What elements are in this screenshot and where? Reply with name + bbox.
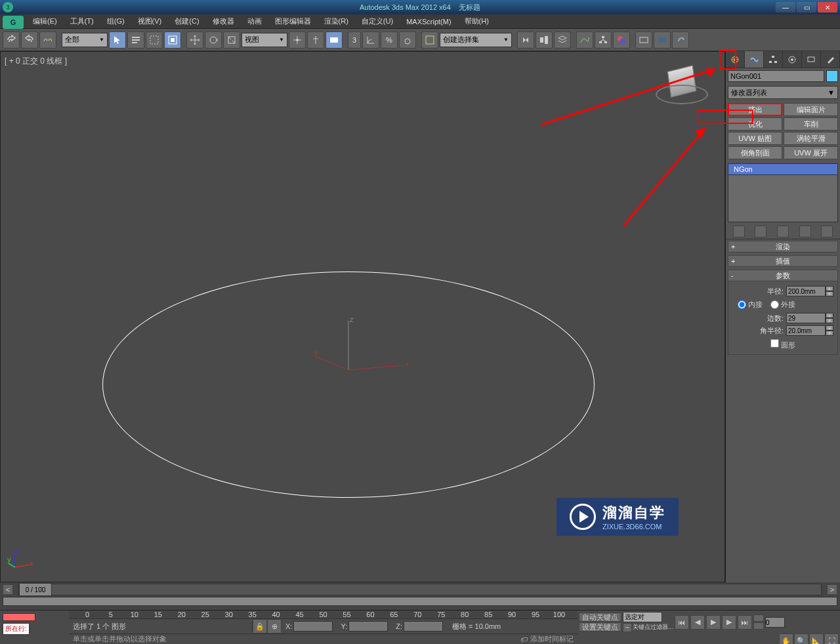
close-button[interactable]: ✕ xyxy=(818,2,837,12)
key-filters-button[interactable]: 关键点过滤器... xyxy=(633,623,673,632)
curve-editor-button[interactable] xyxy=(576,31,593,49)
stack-item-ngon[interactable]: NGon xyxy=(728,164,837,175)
make-unique-button[interactable] xyxy=(777,226,789,237)
mirror-button[interactable] xyxy=(517,31,534,49)
hierarchy-tab[interactable] xyxy=(764,51,783,68)
percent-snap-button[interactable]: % xyxy=(381,31,398,49)
time-tag-icon[interactable]: 🏷 xyxy=(520,635,528,643)
viewport-label[interactable]: [ + 0 正交 0 线框 ] xyxy=(5,56,67,67)
menu-tools[interactable]: 工具(T) xyxy=(64,14,100,28)
transform-type-button[interactable]: ⊕ xyxy=(267,619,282,634)
window-crossing-button[interactable] xyxy=(164,31,181,49)
pan-view-button[interactable]: ✋ xyxy=(779,634,793,644)
undo-button[interactable] xyxy=(3,31,20,49)
extrude-button[interactable]: 挤出 xyxy=(728,103,782,116)
viewcube[interactable] xyxy=(652,58,711,117)
object-color-swatch[interactable] xyxy=(826,70,838,82)
configure-sets-button[interactable] xyxy=(821,226,833,237)
fov-button[interactable]: 📐 xyxy=(809,634,824,644)
menu-edit[interactable]: 编辑(E) xyxy=(26,14,64,28)
optimize-button[interactable]: 优化 xyxy=(728,117,782,131)
maximize-button[interactable]: ▭ xyxy=(797,2,816,12)
trackbar[interactable] xyxy=(3,597,837,606)
goto-start-button[interactable]: ⏮ xyxy=(675,615,689,630)
circumscribed-radio[interactable]: 外接 xyxy=(770,300,795,310)
menu-modifiers[interactable]: 修改器 xyxy=(206,14,241,28)
x-input[interactable] xyxy=(293,621,333,632)
inscribed-radio[interactable]: 内接 xyxy=(738,300,763,310)
layer-manager-button[interactable] xyxy=(554,31,571,49)
motion-tab[interactable] xyxy=(783,51,802,68)
bevel-profile-button[interactable]: 倒角剖面 xyxy=(728,146,782,159)
remove-modifier-button[interactable] xyxy=(799,226,811,237)
play-button[interactable]: ▶ xyxy=(706,615,721,630)
select-move-button[interactable] xyxy=(186,31,203,49)
add-time-tag[interactable]: 添加时间标记 xyxy=(530,634,574,644)
modify-tab[interactable] xyxy=(745,51,764,68)
select-scale-button[interactable] xyxy=(223,31,240,49)
utilities-tab[interactable] xyxy=(821,51,840,68)
menu-group[interactable]: 组(G) xyxy=(100,14,131,28)
prev-frame-button[interactable]: ◀ xyxy=(690,615,705,630)
select-rotate-button[interactable] xyxy=(205,31,222,49)
interpolation-rollout-header[interactable]: +插值 xyxy=(728,255,838,267)
y-input[interactable] xyxy=(348,621,388,632)
sides-spin-down[interactable]: ▼ xyxy=(826,318,833,323)
parameters-rollout-header[interactable]: -参数 xyxy=(728,270,838,281)
zoom-button[interactable]: 🔍 xyxy=(794,634,808,644)
zoom-extents-button[interactable]: ⛶ xyxy=(824,634,839,644)
cr-spin-down[interactable]: ▼ xyxy=(826,331,833,336)
next-frame-button[interactable]: ▶ xyxy=(722,615,736,630)
menu-help[interactable]: 帮助(H) xyxy=(458,14,495,28)
menu-maxscript[interactable]: MAXScript(M) xyxy=(400,14,457,28)
selection-filter-dropdown[interactable]: 全部▼ xyxy=(62,33,108,47)
menu-create[interactable]: 创建(C) xyxy=(168,14,205,28)
selection-lock-button[interactable]: 🔒 xyxy=(253,619,267,634)
named-selection-dropdown[interactable]: 创建选择集▼ xyxy=(440,33,512,47)
edit-patch-button[interactable]: 编辑面片 xyxy=(784,103,838,116)
object-name-input[interactable] xyxy=(728,70,824,82)
uvw-map-button[interactable]: UVW 贴图 xyxy=(728,132,782,145)
select-manipulate-button[interactable] xyxy=(307,31,324,49)
align-button[interactable] xyxy=(536,31,553,49)
menu-animation[interactable]: 动画 xyxy=(241,14,268,28)
redo-button[interactable] xyxy=(21,31,38,49)
set-key-button[interactable]: 设置关键点 xyxy=(579,622,621,632)
menu-views[interactable]: 视图(V) xyxy=(131,14,169,28)
select-region-button[interactable] xyxy=(146,31,163,49)
display-tab[interactable] xyxy=(802,51,821,68)
spinner-snap-button[interactable] xyxy=(399,31,416,49)
menu-customize[interactable]: 自定义(U) xyxy=(355,14,400,28)
goto-end-button[interactable]: ⏭ xyxy=(738,615,752,630)
rendered-frame-button[interactable] xyxy=(654,31,671,49)
create-tab[interactable] xyxy=(726,51,745,68)
minimize-button[interactable]: — xyxy=(776,2,795,12)
edit-named-sel-button[interactable] xyxy=(421,31,438,49)
cr-spin-up[interactable]: ▲ xyxy=(826,325,833,331)
link-button[interactable] xyxy=(39,31,56,49)
time-slider[interactable]: 0 / 100 xyxy=(18,584,822,595)
viewport[interactable]: [ + 0 正交 0 线框 ] z y x z x y xyxy=(0,51,725,582)
render-rollout-header[interactable]: +渲染 xyxy=(728,241,838,252)
lathe-button[interactable]: 车削 xyxy=(784,117,838,131)
app-menu-icon[interactable]: G xyxy=(3,16,24,29)
modifier-stack[interactable]: NGon xyxy=(728,163,838,222)
key-mode-button[interactable]: ~ xyxy=(623,623,632,632)
time-slider-thumb[interactable]: 0 / 100 xyxy=(19,583,52,596)
modifier-list-dropdown[interactable]: 修改器列表▼ xyxy=(728,86,838,99)
key-selection-dropdown[interactable]: 选定对 xyxy=(623,612,662,622)
angle-snap-button[interactable] xyxy=(362,31,379,49)
radius-input[interactable] xyxy=(786,286,826,296)
sides-spin-up[interactable]: ▲ xyxy=(826,313,833,318)
pin-stack-button[interactable] xyxy=(733,226,745,237)
select-object-button[interactable] xyxy=(109,31,126,49)
menu-render[interactable]: 渲染(R) xyxy=(318,14,355,28)
show-end-result-button[interactable] xyxy=(755,226,766,237)
use-pivot-button[interactable] xyxy=(289,31,306,49)
radius-spin-down[interactable]: ▼ xyxy=(826,291,833,296)
time-ruler[interactable]: 0510152025303540455055606570758085909510… xyxy=(69,611,578,619)
material-editor-button[interactable] xyxy=(613,31,630,49)
timeline-min-button[interactable]: < xyxy=(3,584,13,595)
keyboard-shortcut-button[interactable] xyxy=(326,31,343,49)
corner-radius-input[interactable] xyxy=(786,325,826,336)
